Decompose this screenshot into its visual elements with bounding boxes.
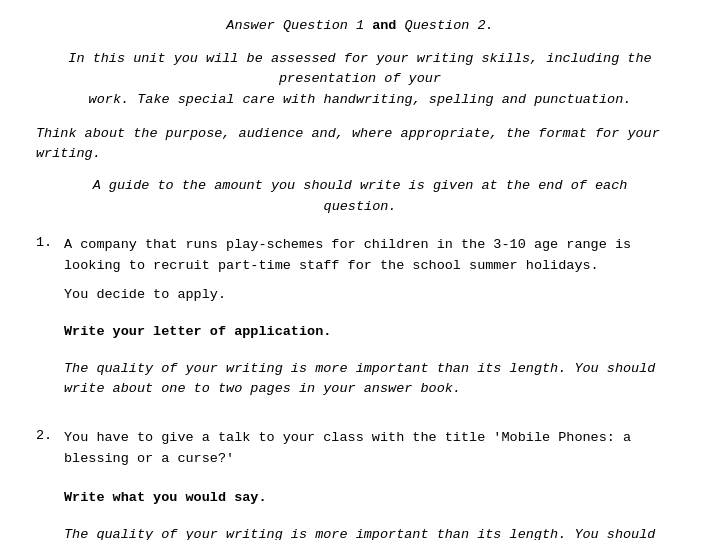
question-1-quality: The quality of your writing is more impo… (36, 359, 684, 401)
title-suffix: Question 2. (396, 18, 493, 33)
guide-text: A guide to the amount you should write i… (93, 178, 628, 213)
think-text: Think about the purpose, audience and, w… (36, 126, 660, 161)
title-bold: and (372, 18, 396, 33)
title-line: Answer Question 1 and Question 2. (36, 18, 684, 33)
question-2-instruction: Write what you would say. (36, 490, 684, 505)
intro-line1: In this unit you will be assessed for yo… (68, 51, 651, 86)
question-2-text: You have to give a talk to your class wi… (64, 428, 684, 470)
guide-block: A guide to the amount you should write i… (36, 176, 684, 217)
question-1-instruction: Write your letter of application. (36, 324, 684, 339)
think-block: Think about the purpose, audience and, w… (36, 124, 684, 165)
question-1-text: A company that runs play-schemes for chi… (64, 235, 684, 277)
question-1-block: 1. A company that runs play-schemes for … (36, 235, 684, 401)
question-1-row: 1. A company that runs play-schemes for … (36, 235, 684, 277)
question-1-number: 1. (36, 235, 64, 250)
page-container: Answer Question 1 and Question 2. In thi… (0, 0, 720, 540)
question-2-block: 2. You have to give a talk to your class… (36, 428, 684, 540)
question-2-quality: The quality of your writing is more impo… (36, 525, 684, 540)
intro-block: In this unit you will be assessed for yo… (36, 49, 684, 110)
intro-line2: work. Take special care with handwriting… (89, 92, 632, 107)
question-1-subtext: You decide to apply. (36, 285, 684, 306)
title-prefix: Answer Question 1 (226, 18, 372, 33)
question-2-number: 2. (36, 428, 64, 443)
question-2-row: 2. You have to give a talk to your class… (36, 428, 684, 470)
